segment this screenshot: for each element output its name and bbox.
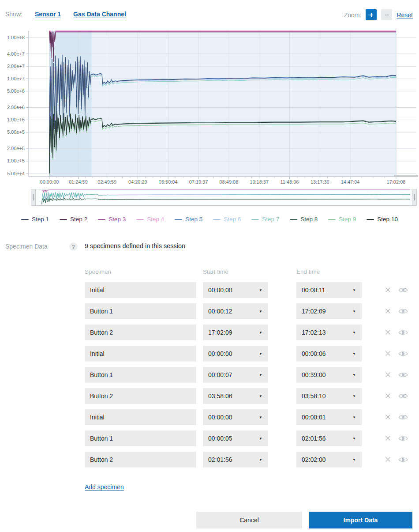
- start-time-value: 00:00:07: [208, 371, 232, 378]
- remove-specimen-icon[interactable]: [385, 287, 391, 293]
- show-specimen-icon[interactable]: [398, 329, 408, 336]
- svg-text:17:02:08: 17:02:08: [387, 179, 406, 185]
- start-time-select[interactable]: 00:00:00▼: [203, 282, 268, 298]
- remove-specimen-icon[interactable]: [385, 414, 391, 420]
- end-time-select[interactable]: 17:02:09▼: [296, 303, 362, 319]
- specimen-data-label: Specimen Data: [5, 243, 48, 250]
- end-time-value: 03:58:10: [302, 392, 326, 400]
- legend-label: Step 6: [224, 216, 241, 223]
- legend-item-step-10[interactable]: Step 10: [367, 216, 398, 223]
- remove-specimen-icon[interactable]: [385, 329, 391, 336]
- end-time-select[interactable]: 00:00:01▼: [296, 409, 362, 425]
- tab-sensor-1[interactable]: Sensor 1: [35, 11, 61, 18]
- start-time-select[interactable]: 00:00:07▼: [203, 367, 268, 383]
- chart-scrollbar-thumb[interactable]: [394, 175, 418, 177]
- start-time-select[interactable]: 03:58:06▼: [203, 388, 268, 404]
- start-time-select[interactable]: 02:01:56▼: [203, 452, 268, 468]
- chevron-down-icon: ▼: [259, 331, 262, 335]
- navigator-handle-left[interactable]: [31, 189, 36, 206]
- specimen-name-input[interactable]: [85, 388, 196, 404]
- show-specimen-icon[interactable]: [398, 456, 408, 463]
- show-specimen-icon[interactable]: [398, 414, 408, 421]
- legend-item-step-9[interactable]: Step 9: [328, 216, 356, 223]
- legend-item-step-6[interactable]: Step 6: [213, 216, 241, 223]
- legend-item-step-7[interactable]: Step 7: [251, 216, 279, 223]
- tab-gas-data-channel[interactable]: Gas Data Channel: [73, 11, 126, 18]
- help-icon[interactable]: ?: [69, 242, 78, 251]
- legend-dash-icon: [213, 219, 221, 220]
- legend-label: Step 10: [377, 216, 398, 223]
- chevron-down-icon: ▼: [352, 331, 356, 335]
- start-time-select[interactable]: 00:00:05▼: [203, 430, 268, 446]
- chart-plot[interactable]: 1.00e+84.00e+72.00e+71.00e+75.00e+62.00e…: [0, 26, 419, 188]
- remove-specimen-icon[interactable]: [385, 350, 391, 357]
- start-time-value: 17:02:09: [208, 329, 232, 336]
- specimen-name-input[interactable]: [85, 303, 196, 319]
- table-row: 17:02:09▼17:02:13▼: [85, 324, 419, 340]
- zoom-out-button[interactable]: −: [381, 9, 392, 20]
- column-header-start-time: Start time: [203, 268, 228, 275]
- chevron-down-icon: ▼: [352, 373, 356, 377]
- chevron-down-icon: ▼: [259, 288, 262, 292]
- show-specimen-icon[interactable]: [398, 392, 408, 400]
- show-specimen-icon[interactable]: [398, 435, 408, 442]
- chart-navigator[interactable]: [0, 189, 419, 207]
- start-time-value: 00:00:00: [208, 287, 232, 294]
- specimen-name-input[interactable]: [85, 409, 196, 425]
- svg-text:5.00e+4: 5.00e+4: [7, 171, 25, 176]
- start-time-value: 00:00:00: [208, 350, 232, 357]
- show-specimen-icon[interactable]: [398, 308, 408, 315]
- start-time-select[interactable]: 00:00:00▼: [203, 346, 268, 362]
- start-time-select[interactable]: 00:00:12▼: [203, 303, 268, 319]
- remove-specimen-icon[interactable]: [385, 392, 391, 399]
- start-time-value: 00:00:12: [208, 308, 232, 315]
- svg-text:2.00e+6: 2.00e+6: [7, 105, 25, 110]
- legend-label: Step 9: [339, 216, 356, 223]
- specimen-name-input[interactable]: [85, 367, 196, 383]
- legend-label: Step 1: [32, 216, 49, 223]
- specimen-name-input[interactable]: [85, 346, 196, 362]
- import-data-button[interactable]: Import Data: [309, 512, 412, 528]
- specimen-name-input[interactable]: [85, 430, 196, 446]
- add-specimen-link[interactable]: Add specimen: [85, 483, 124, 490]
- end-time-select[interactable]: 00:39:00▼: [296, 367, 362, 383]
- remove-specimen-icon[interactable]: [385, 308, 391, 314]
- chevron-down-icon: ▼: [259, 373, 262, 377]
- navigator-handle-right[interactable]: [412, 189, 417, 206]
- svg-text:11:48:06: 11:48:06: [280, 179, 299, 185]
- legend-item-step-5[interactable]: Step 5: [175, 216, 202, 223]
- show-specimen-icon[interactable]: [398, 371, 408, 378]
- remove-specimen-icon[interactable]: [385, 371, 391, 378]
- end-time-select[interactable]: 02:01:56▼: [296, 430, 362, 446]
- cancel-button[interactable]: Cancel: [196, 512, 302, 528]
- legend-item-step-4[interactable]: Step 4: [136, 216, 164, 223]
- zoom-in-button[interactable]: +: [366, 9, 377, 20]
- chevron-down-icon: ▼: [352, 352, 356, 356]
- chevron-down-icon: ▼: [352, 458, 356, 462]
- specimen-name-input[interactable]: [85, 324, 196, 340]
- remove-specimen-icon[interactable]: [385, 435, 391, 441]
- legend-item-step-1[interactable]: Step 1: [21, 216, 49, 223]
- legend-item-step-8[interactable]: Step 8: [290, 216, 318, 223]
- end-time-select[interactable]: 00:00:11▼: [296, 282, 362, 298]
- end-time-select[interactable]: 00:00:06▼: [296, 346, 362, 362]
- end-time-select[interactable]: 03:58:10▼: [296, 388, 362, 404]
- zoom-reset-link[interactable]: Reset: [397, 11, 413, 19]
- chevron-down-icon: ▼: [259, 437, 262, 441]
- end-time-select[interactable]: 17:02:13▼: [296, 324, 362, 340]
- start-time-select[interactable]: 00:00:00▼: [203, 409, 268, 425]
- end-time-select[interactable]: 02:02:00▼: [296, 452, 362, 468]
- legend-dash-icon: [290, 219, 297, 220]
- legend-label: Step 4: [147, 216, 164, 223]
- remove-specimen-icon[interactable]: [385, 456, 391, 463]
- specimen-name-input[interactable]: [85, 282, 196, 298]
- specimen-name-input[interactable]: [85, 452, 196, 468]
- legend-item-step-2[interactable]: Step 2: [60, 216, 87, 223]
- end-time-value: 02:02:00: [302, 456, 326, 463]
- svg-text:5.00e+6: 5.00e+6: [7, 88, 25, 94]
- start-time-select[interactable]: 17:02:09▼: [203, 324, 268, 340]
- show-specimen-icon[interactable]: [398, 350, 408, 357]
- legend-dash-icon: [98, 219, 105, 220]
- show-specimen-icon[interactable]: [398, 287, 408, 294]
- legend-item-step-3[interactable]: Step 3: [98, 216, 126, 223]
